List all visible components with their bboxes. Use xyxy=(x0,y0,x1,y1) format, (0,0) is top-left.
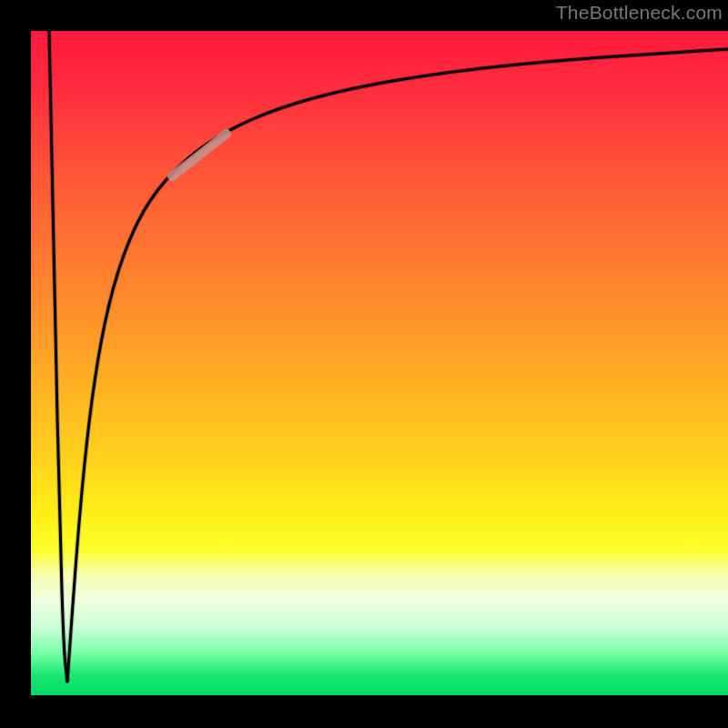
curve-recovery xyxy=(67,49,728,682)
chart-svg xyxy=(31,31,728,695)
chart-frame: TheBottleneck.com xyxy=(0,0,728,728)
watermark: TheBottleneck.com xyxy=(556,2,723,24)
curve-recovery xyxy=(67,49,728,682)
tangent-marker xyxy=(172,134,227,177)
